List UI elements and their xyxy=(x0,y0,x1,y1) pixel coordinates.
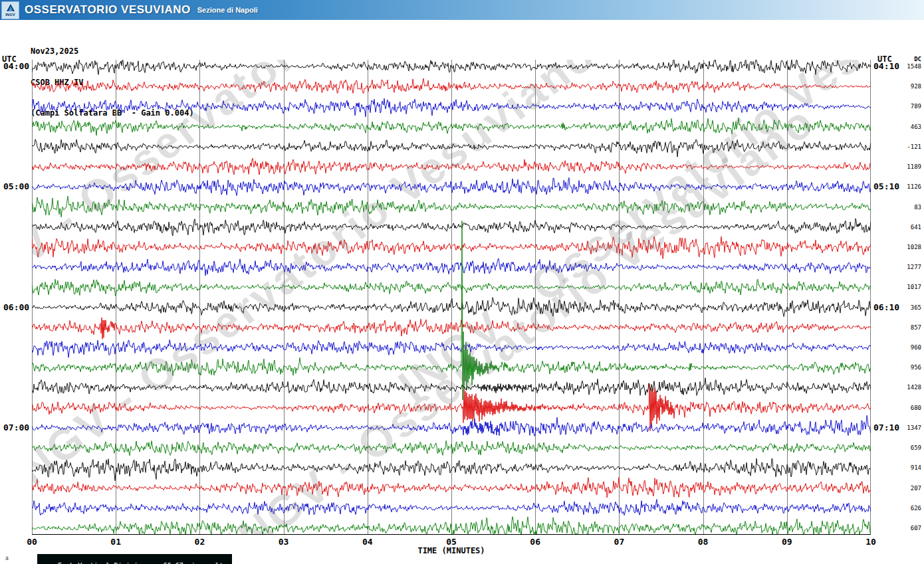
dc-value: 1347 xyxy=(892,424,921,431)
dc-value: 914 xyxy=(892,464,921,471)
x-tick-label: 05 xyxy=(446,537,457,547)
dc-value: 960 xyxy=(892,344,921,351)
x-tick-label: 04 xyxy=(362,537,373,547)
hour-label-left: 05:00 xyxy=(3,181,29,191)
corner-mark: a xyxy=(5,555,9,561)
hour-label-left: 07:00 xyxy=(3,423,29,432)
dc-value: 1548 xyxy=(892,63,921,70)
dc-value: 1017 xyxy=(892,284,921,290)
x-tick-label: 07 xyxy=(614,537,625,547)
site-subtitle: Sezione di Napoli xyxy=(197,6,258,14)
x-tick-label: 03 xyxy=(279,537,289,547)
x-tick-label: 06 xyxy=(530,537,540,547)
dc-value: 857 xyxy=(892,324,921,331)
site-title: OSSERVATORIO VESUVIANO xyxy=(25,3,191,17)
seismogram-plot: INGV - Osservatorio Vesuviano INGV - Oss… xyxy=(32,60,871,535)
volcano-icon xyxy=(5,4,17,13)
dc-value: 680 xyxy=(892,405,921,411)
dc-value: 641 xyxy=(892,224,921,231)
seismogram-page: INGV OSSERVATORIO VESUVIANO Sezione di N… xyxy=(0,0,924,564)
scale-indicator: Each Vertical Division =66.67 microvolts xyxy=(37,554,232,564)
dc-value: 1126 xyxy=(892,183,921,190)
dc-value: 659 xyxy=(892,444,921,451)
dc-value: -121 xyxy=(892,143,921,150)
x-tick-label: 10 xyxy=(866,537,876,547)
hour-label-left: 04:00 xyxy=(3,61,29,71)
x-tick-label: 08 xyxy=(698,537,709,547)
x-tick-label: 00 xyxy=(27,537,37,547)
dc-value: 626 xyxy=(892,505,921,512)
date-label: Nov23,2025 xyxy=(31,47,194,57)
dc-value: 83 xyxy=(892,204,921,211)
dc-value: 956 xyxy=(892,364,921,371)
ingv-logo: INGV xyxy=(1,1,19,19)
dc-value: 207 xyxy=(892,485,921,492)
x-tick-label: 01 xyxy=(110,537,121,547)
dc-value: 365 xyxy=(892,304,921,311)
ingv-logo-text: INGV xyxy=(5,13,15,17)
header-bar: INGV OSSERVATORIO VESUVIANO Sezione di N… xyxy=(0,0,924,20)
dc-value: 1428 xyxy=(892,384,921,391)
dc-value: 463 xyxy=(892,124,921,130)
dc-value: 1277 xyxy=(892,264,921,270)
dc-value: 607 xyxy=(892,525,921,531)
dc-value: 928 xyxy=(892,83,921,90)
x-tick-label: 09 xyxy=(782,537,792,547)
x-tick-label: 02 xyxy=(195,537,205,547)
dc-value: 789 xyxy=(892,103,921,110)
dc-value: 1028 xyxy=(892,244,921,250)
dc-value: 1189 xyxy=(892,163,921,170)
hour-label-left: 06:00 xyxy=(3,302,29,312)
seismogram-canvas xyxy=(32,60,871,535)
